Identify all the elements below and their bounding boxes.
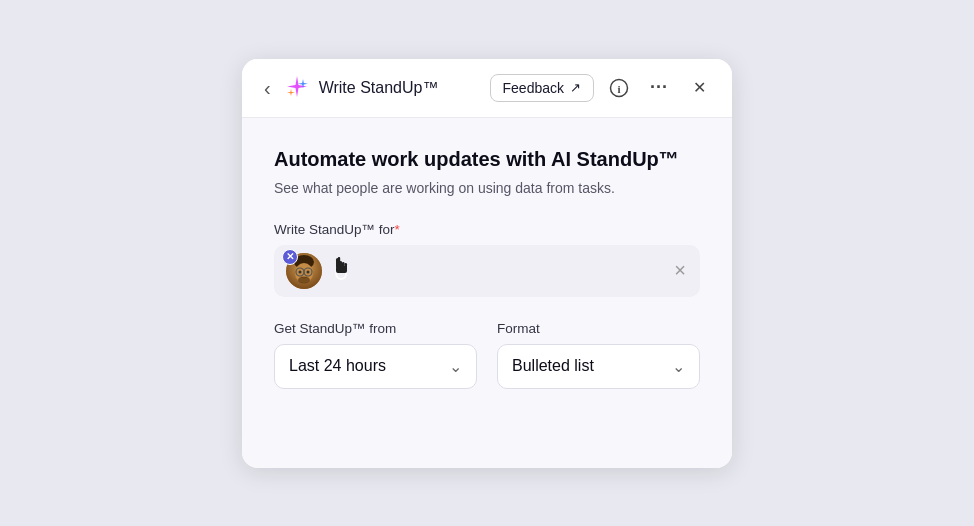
header: ‹ Write StandUp™ Feedback ↗ i ··· ✕ <box>242 59 732 118</box>
panel: ‹ Write StandUp™ Feedback ↗ i ··· ✕ <box>242 59 732 468</box>
sparkle-icon <box>283 74 311 102</box>
info-icon: i <box>609 78 629 98</box>
avatar-wrap: ✕ <box>286 253 322 289</box>
cursor-icon <box>330 257 352 284</box>
header-left: ‹ Write StandUp™ <box>260 74 480 102</box>
header-right: Feedback ↗ i ··· ✕ <box>490 73 714 103</box>
svg-point-9 <box>299 270 302 273</box>
body: Automate work updates with AI StandUp™ S… <box>242 118 732 468</box>
header-title: Write StandUp™ <box>319 79 439 97</box>
info-button[interactable]: i <box>604 73 634 103</box>
avatar-remove-button[interactable]: ✕ <box>282 249 298 265</box>
format-field-group: Format Bulleted list ⌄ <box>497 321 700 389</box>
get-from-label: Get StandUp™ from <box>274 321 477 336</box>
get-from-dropdown[interactable]: Last 24 hours ⌄ <box>274 344 477 389</box>
for-field-group: Write StandUp™ for* <box>274 222 700 297</box>
get-from-value: Last 24 hours <box>289 357 386 375</box>
svg-point-10 <box>307 270 310 273</box>
feedback-label: Feedback <box>503 80 564 96</box>
get-from-field-group: Get StandUp™ from Last 24 hours ⌄ <box>274 321 477 389</box>
svg-text:i: i <box>617 82 620 94</box>
for-label: Write StandUp™ for* <box>274 222 700 237</box>
two-col-fields: Get StandUp™ from Last 24 hours ⌄ Format… <box>274 321 700 389</box>
user-input-box[interactable]: ✕ <box>274 245 700 297</box>
external-link-icon: ↗ <box>570 80 581 95</box>
svg-point-11 <box>298 276 310 283</box>
clear-button[interactable]: × <box>672 257 688 284</box>
svg-rect-16 <box>336 266 347 273</box>
sub-text: See what people are working on using dat… <box>274 180 700 196</box>
back-button[interactable]: ‹ <box>260 76 275 100</box>
format-label: Format <box>497 321 700 336</box>
close-button[interactable]: ✕ <box>684 73 714 103</box>
format-dropdown[interactable]: Bulleted list ⌄ <box>497 344 700 389</box>
avatar-remove-icon: ✕ <box>286 252 294 262</box>
main-title: Automate work updates with AI StandUp™ <box>274 146 700 172</box>
required-marker: * <box>395 222 400 237</box>
more-button[interactable]: ··· <box>644 73 674 103</box>
feedback-button[interactable]: Feedback ↗ <box>490 74 594 102</box>
chevron-down-icon: ⌄ <box>672 357 685 376</box>
format-value: Bulleted list <box>512 357 594 375</box>
chevron-down-icon: ⌄ <box>449 357 462 376</box>
